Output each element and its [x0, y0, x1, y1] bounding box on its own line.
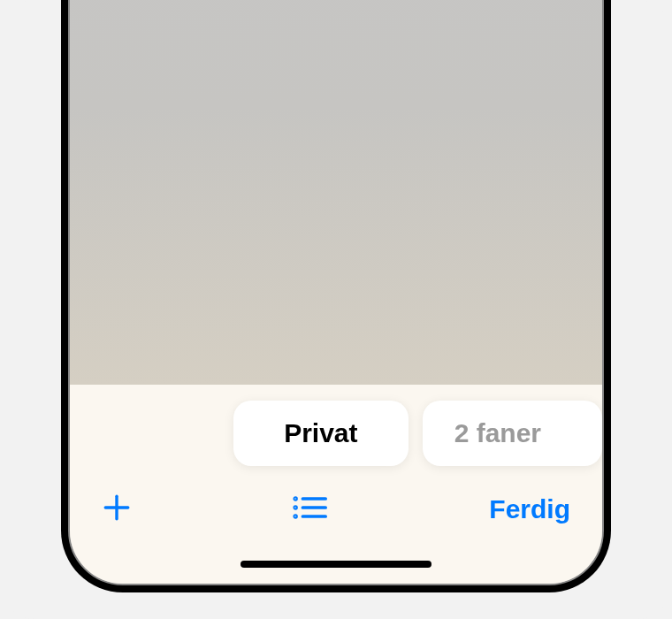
- svg-point-2: [294, 498, 296, 500]
- svg-point-3: [294, 507, 296, 508]
- tab-groups-menu-button[interactable]: [293, 493, 328, 525]
- phone-screen: Privat 2 faner: [68, 0, 604, 585]
- toolbar: Ferdig: [70, 485, 602, 534]
- bottom-bar: Privat 2 faner: [70, 385, 602, 584]
- tab-group-selector[interactable]: Privat 2 faner: [70, 401, 602, 466]
- tab-group-count[interactable]: 2 faner: [423, 401, 602, 466]
- done-button[interactable]: Ferdig: [489, 494, 570, 524]
- tab-overview-area[interactable]: [70, 0, 602, 385]
- tab-group-private[interactable]: Privat: [233, 401, 409, 466]
- svg-point-4: [294, 516, 296, 517]
- phone-frame: Privat 2 faner: [61, 0, 611, 592]
- plus-icon: [102, 493, 132, 526]
- list-icon: [293, 493, 328, 525]
- screenshot-container: Privat 2 faner: [0, 0, 672, 619]
- home-indicator[interactable]: [241, 561, 431, 568]
- new-tab-button[interactable]: [102, 493, 132, 526]
